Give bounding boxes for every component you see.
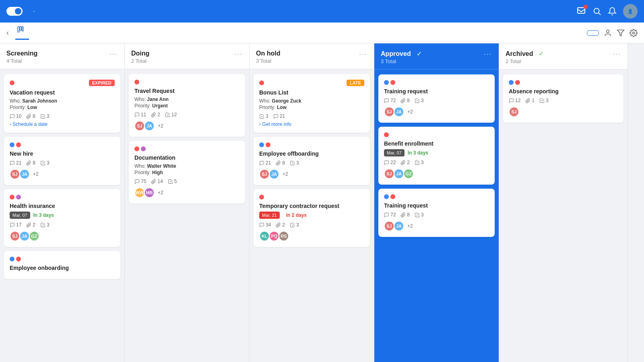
invite-member-button[interactable] xyxy=(587,30,599,36)
stat-item: 8 xyxy=(26,160,35,166)
avatar: SJ xyxy=(10,169,20,179)
stat-item: 2 xyxy=(26,222,35,228)
avatar-count: +2 xyxy=(407,109,413,115)
sub-nav: ‹ xyxy=(0,23,644,43)
card-top xyxy=(509,80,618,85)
col-total: 3 Total xyxy=(256,58,359,64)
col-menu-button[interactable]: ··· xyxy=(484,50,492,58)
card[interactable]: LATE Bonus List Who: George ZuckPriority… xyxy=(254,74,370,133)
stat-item: 11 xyxy=(134,112,146,117)
card[interactable]: Employee onboarding xyxy=(4,251,120,279)
card[interactable]: Health insurance Mar, 07 In 3 days 17 2 … xyxy=(4,189,120,247)
avatar: JA xyxy=(19,231,30,241)
card-stats: 21 8 3 xyxy=(259,160,364,166)
settings-icon-btn[interactable] xyxy=(630,29,638,37)
col-header: Doing 2 Total ··· xyxy=(125,43,249,69)
svg-rect-5 xyxy=(22,27,23,31)
card-top xyxy=(259,142,364,147)
stat-item: 21 xyxy=(259,160,271,166)
search-btn[interactable] xyxy=(592,7,601,16)
avatar[interactable]: 👤 xyxy=(623,4,638,19)
card-stats: 34 2 3 xyxy=(259,222,364,228)
check-icon: ✓ xyxy=(539,50,544,58)
col-title: Doing xyxy=(131,50,149,57)
card-top xyxy=(384,194,489,199)
col-total: 3 Total xyxy=(381,58,484,64)
card-title: Employee onboarding xyxy=(10,265,115,271)
stat-item: 3 xyxy=(40,222,50,228)
avatar: JA xyxy=(394,107,404,117)
stat-item: 5 xyxy=(168,179,177,184)
color-dot xyxy=(16,257,21,261)
col-menu-button[interactable]: ··· xyxy=(234,50,243,58)
color-dot xyxy=(384,132,389,137)
color-dot xyxy=(384,80,389,85)
bell-btn[interactable] xyxy=(608,7,617,16)
svg-point-8 xyxy=(633,32,635,34)
card-stats: 17 2 3 xyxy=(10,222,115,228)
color-dot xyxy=(384,194,389,199)
col-title: Screening xyxy=(6,50,37,57)
stat-item: 3 xyxy=(290,160,299,166)
card-top: LATE xyxy=(259,80,364,86)
card-title: Benefit enrollment xyxy=(384,140,489,147)
color-dot xyxy=(266,142,270,147)
card-link[interactable]: › Get more info xyxy=(259,121,364,127)
stat-item: 8 xyxy=(276,160,285,166)
avatar: SJ xyxy=(259,169,270,179)
col-cards: Absence reporting 12 1 3 SJ xyxy=(499,70,627,362)
card[interactable]: Benefit enrollment Mar, 07 In 3 days 22 … xyxy=(378,127,495,185)
card[interactable]: New hire 21 8 3 SJJA+2 xyxy=(4,137,120,185)
date-badge: Mar, 07 xyxy=(10,212,30,219)
user-icon-btn[interactable] xyxy=(604,29,612,37)
card-who: Who: George Zuck xyxy=(259,98,364,104)
col-menu-button[interactable]: ··· xyxy=(359,50,367,58)
compose-btn[interactable] xyxy=(576,6,586,16)
card[interactable]: Absence reporting 12 1 3 SJ xyxy=(503,74,623,123)
avatar: MB xyxy=(144,187,155,198)
color-dot xyxy=(10,80,14,85)
card[interactable]: EXPIRED Vacation request Who: Sarah John… xyxy=(4,74,120,133)
svg-line-2 xyxy=(599,13,601,15)
card-footer: SJJA+2 xyxy=(384,221,489,231)
stat-item: 2 xyxy=(276,222,285,228)
avatar: KL xyxy=(259,231,270,241)
card-stats: 12 1 3 xyxy=(509,98,618,103)
svg-rect-3 xyxy=(18,27,19,32)
card-link[interactable]: › Schedule a date xyxy=(10,121,115,127)
card-top xyxy=(384,80,489,85)
card[interactable]: Travel Request Who: Jane AnnPriority: Ur… xyxy=(129,74,245,137)
back-button[interactable]: ‹ xyxy=(6,29,9,37)
stat-item: 75 xyxy=(134,179,146,184)
toggle-icon[interactable] xyxy=(6,7,23,16)
avatar: WW xyxy=(134,187,145,198)
card-title: Bonus List xyxy=(259,89,364,96)
card[interactable]: Training request 72 8 3 SJJA+2 xyxy=(378,189,495,237)
stat-item: 21 xyxy=(10,160,21,166)
card[interactable]: Temporary contractor request Mar, 21 In … xyxy=(254,189,370,247)
stat-item: 3 xyxy=(415,160,424,165)
card-top xyxy=(10,142,115,147)
avatar: SJ xyxy=(509,107,519,117)
svg-point-1 xyxy=(594,8,599,14)
card[interactable]: Employee offboarding 21 8 3 SJJA+2 xyxy=(254,137,370,185)
nav-right: 👤 xyxy=(576,4,638,19)
col-menu-button[interactable]: ··· xyxy=(109,50,118,58)
col-cards: EXPIRED Vacation request Who: Sarah John… xyxy=(0,69,124,362)
avatar: JA xyxy=(394,221,404,231)
card-top xyxy=(10,257,115,261)
card-top xyxy=(134,146,239,151)
card-title: Absence reporting xyxy=(509,88,618,95)
card[interactable]: Documentation Who: Walter WhitePriority:… xyxy=(129,141,245,204)
card-footer: WWMB+2 xyxy=(134,187,239,198)
card[interactable]: Training request 72 8 3 SJJA+2 xyxy=(378,74,495,123)
kanban-tab[interactable] xyxy=(15,26,29,40)
card-footer: SJJA+2 xyxy=(10,169,115,179)
color-dot xyxy=(134,146,139,151)
color-dot xyxy=(134,80,139,84)
filter-icon-btn[interactable] xyxy=(617,29,625,37)
stat-item: 3 xyxy=(40,113,50,119)
stat-item: 1 xyxy=(525,98,535,103)
svg-rect-4 xyxy=(20,27,22,30)
col-menu-button[interactable]: ··· xyxy=(613,50,621,58)
